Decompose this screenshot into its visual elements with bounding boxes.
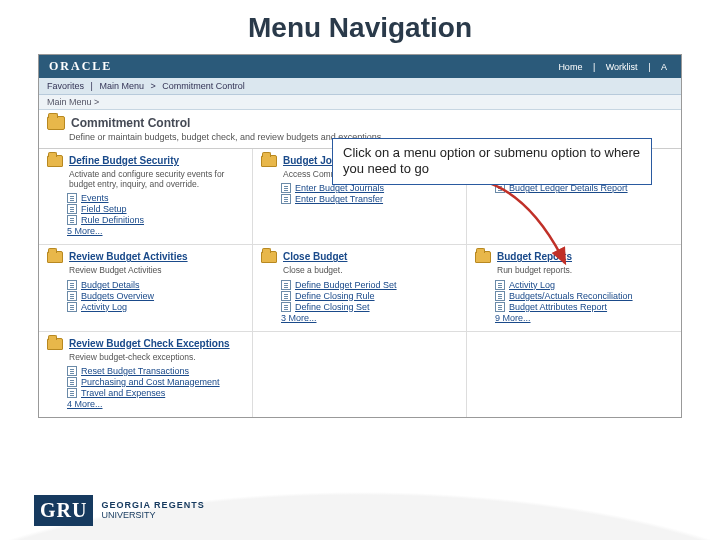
folder-icon (47, 251, 63, 263)
oracle-logo: ORACLE (49, 59, 112, 74)
group-description: Review Budget Activities (69, 265, 244, 275)
group-title-link[interactable]: Close Budget (283, 251, 347, 262)
menu-link[interactable]: Enter Budget Journals (295, 183, 384, 193)
home-link[interactable]: Home (558, 62, 582, 72)
menu-link[interactable]: Define Closing Set (295, 302, 370, 312)
header-links: Home | Worklist | A (554, 62, 671, 72)
document-icon (67, 302, 77, 312)
footer-logo: GRU GEORGIA REGENTS UNIVERSITY (34, 495, 205, 526)
main-menu-path[interactable]: Main Menu > (39, 95, 681, 110)
oracle-header: ORACLE Home | Worklist | A (39, 55, 681, 78)
document-icon (67, 291, 77, 301)
document-icon (495, 280, 505, 290)
slide-title: Menu Navigation (0, 12, 720, 44)
menu-link[interactable]: Field Setup (81, 204, 127, 214)
folder-icon (47, 155, 63, 167)
menu-cell: Close BudgetClose a budget.Define Budget… (253, 244, 467, 330)
folder-open-icon (47, 116, 65, 130)
document-icon (281, 302, 291, 312)
menu-grid: Define Budget SecurityActivate and confi… (39, 149, 681, 417)
section-header: Commitment Control (39, 110, 681, 132)
folder-icon (261, 251, 277, 263)
menu-link[interactable]: Define Closing Rule (295, 291, 375, 301)
document-icon (67, 193, 77, 203)
menu-link[interactable]: Reset Budget Transactions (81, 366, 189, 376)
menu-link[interactable]: Define Budget Period Set (295, 280, 397, 290)
menu-link[interactable]: Budget Attributes Report (509, 302, 607, 312)
document-icon (281, 280, 291, 290)
document-icon (67, 388, 77, 398)
document-icon (281, 291, 291, 301)
more-link[interactable]: 3 More... (281, 313, 458, 323)
document-icon (67, 204, 77, 214)
document-icon (281, 183, 291, 193)
group-title-link[interactable]: Review Budget Activities (69, 251, 188, 262)
more-link[interactable]: 5 More... (67, 226, 244, 236)
app-frame: ORACLE Home | Worklist | A Favorites | M… (38, 54, 682, 418)
menu-link[interactable]: Enter Budget Transfer (295, 194, 383, 204)
menu-link[interactable]: Budget Details (81, 280, 140, 290)
breadcrumb-current: Commitment Control (162, 81, 245, 91)
menu-link[interactable]: Purchasing and Cost Management (81, 377, 220, 387)
menu-link[interactable]: Travel and Expenses (81, 388, 165, 398)
menu-link[interactable]: Events (81, 193, 109, 203)
document-icon (495, 302, 505, 312)
instruction-callout: Click on a menu option or submenu option… (332, 138, 652, 185)
menu-cell: Review Budget Check ExceptionsReview bud… (39, 331, 253, 417)
menu-cell (467, 331, 681, 417)
group-description: Close a budget. (283, 265, 458, 275)
group-description: Activate and configure security events f… (69, 169, 244, 189)
breadcrumb-bar: Favorites | Main Menu > Commitment Contr… (39, 78, 681, 95)
menu-cell (253, 331, 467, 417)
gru-logo-box: GRU (34, 495, 93, 526)
more-link[interactable]: 9 More... (495, 313, 673, 323)
menu-link[interactable]: Budgets/Actuals Reconciliation (509, 291, 633, 301)
document-icon (67, 215, 77, 225)
menu-link[interactable]: Rule Definitions (81, 215, 144, 225)
menu-link[interactable]: Budgets Overview (81, 291, 154, 301)
group-description: Review budget-check exceptions. (69, 352, 244, 362)
group-title-link[interactable]: Define Budget Security (69, 155, 179, 166)
arrow-annotation (470, 178, 580, 278)
a-link[interactable]: A (661, 62, 667, 72)
document-icon (67, 366, 77, 376)
group-title-link[interactable]: Review Budget Check Exceptions (69, 338, 230, 349)
document-icon (67, 377, 77, 387)
favorites-link[interactable]: Favorites (47, 81, 84, 91)
section-title: Commitment Control (71, 116, 190, 130)
document-icon (67, 280, 77, 290)
menu-link[interactable]: Activity Log (81, 302, 127, 312)
folder-icon (47, 338, 63, 350)
menu-cell: Review Budget ActivitiesReview Budget Ac… (39, 244, 253, 330)
more-link[interactable]: 4 More... (67, 399, 244, 409)
document-icon (281, 194, 291, 204)
gru-logo-text: GEORGIA REGENTS UNIVERSITY (101, 501, 204, 521)
menu-link[interactable]: Activity Log (509, 280, 555, 290)
menu-cell: Define Budget SecurityActivate and confi… (39, 149, 253, 244)
folder-icon (261, 155, 277, 167)
worklist-link[interactable]: Worklist (606, 62, 638, 72)
main-menu-link[interactable]: Main Menu (99, 81, 144, 91)
document-icon (495, 291, 505, 301)
